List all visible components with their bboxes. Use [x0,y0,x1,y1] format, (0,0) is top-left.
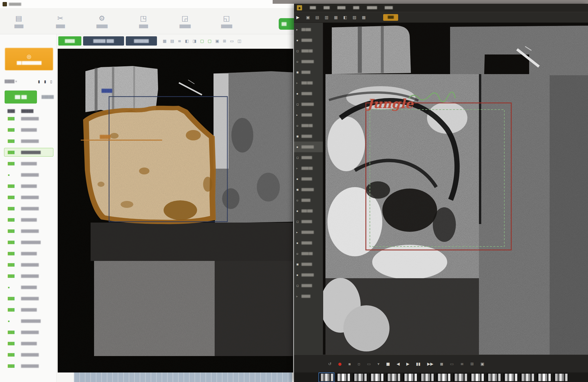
annotation-list-item[interactable]: ███ ████████ [4,249,53,258]
right-image-canvas[interactable]: Jungle [323,23,588,355]
transport-control-icon[interactable]: ▫ [357,362,360,366]
annotation-list-item[interactable]: ███ █████████ [4,137,53,145]
annotation-list-item[interactable]: ███ ████████ [4,215,53,224]
primary-action-button[interactable]: ◎ ██ █████████ [5,48,53,71]
transport-control-icon[interactable]: ⊞ [471,362,474,366]
menu-item[interactable]: ███ [310,6,316,9]
layer-list-item[interactable]: ▪ ██████ [294,35,323,46]
layer-list-item[interactable]: ◻ ████ ██ [294,46,323,56]
layer-list-item[interactable]: ▹ ███ ███ [294,78,323,88]
dark-toolbar-icon[interactable]: ▩ [362,15,366,20]
mode-button-2[interactable]: ██████ [126,36,157,46]
frame-thumbnail[interactable] [554,373,568,381]
layer-list-item[interactable]: ◻ ██████ [294,152,323,163]
frame-thumbnail[interactable] [353,373,367,381]
annotation-list-item[interactable]: ▪ █████████ [4,170,53,179]
annotation-list-item[interactable]: ███ ██████████ [4,148,53,157]
view-option-icon[interactable]: ▭ [230,39,234,43]
toolbar-tool-button[interactable]: ✂ ████ [48,15,73,28]
annotation-list-item[interactable]: ███ █████████ [4,328,53,336]
frame-thumbnail[interactable] [336,373,350,381]
filter-dropdown[interactable]: ████ ▾ [5,80,17,83]
new-item-button[interactable]: ██ ██ [5,91,37,104]
menu-item[interactable]: █████ [367,6,377,9]
transport-control-icon[interactable]: ↺ [328,362,332,366]
toolbar-tool-button[interactable]: ◲ █████ [173,15,197,28]
layer-list-item[interactable]: ▫ █████ [294,195,323,206]
annotation-list-item[interactable]: ███ ████████ [4,125,53,134]
annotation-list-item[interactable]: ███ ████████ [4,159,53,168]
view-option-icon[interactable]: ▢ [208,39,211,43]
frame-thumbnail[interactable] [470,373,484,381]
layer-list-item[interactable]: ▫ ████ ██ [294,248,323,259]
sidebar-action-icon[interactable]: ▮ [38,79,40,84]
annotation-list-item[interactable]: ███ █████████ [4,193,53,202]
confirm-button[interactable]: ████ [58,36,81,46]
layer-list-item[interactable]: ▪ ███████ [294,142,323,152]
menu-item[interactable]: ████ [338,6,346,9]
mode-button-1[interactable]: █████ ███ [83,36,124,46]
layer-list-item[interactable]: ▸ ██████ [294,110,323,120]
frame-thumbnail[interactable] [420,373,434,381]
toolbar-tool-button[interactable]: ◳ ████ [131,15,156,28]
layer-list-item[interactable]: ◻ ██████ [294,280,323,291]
view-option-icon[interactable]: ▦ [163,39,166,43]
frame-thumbnail[interactable] [403,373,417,381]
left-image-canvas[interactable]: ████ ████ [58,49,293,372]
annotation-list-item[interactable]: ███ █████████ [4,260,53,269]
view-option-icon[interactable]: ◧ [185,39,189,43]
transport-control-icon[interactable]: ▪ [348,362,351,366]
layer-list-item[interactable]: ◼ █████ [294,67,323,78]
sidebar-action-icon[interactable]: ▮ [44,79,46,84]
transport-control-icon[interactable]: ◼ [440,362,443,366]
transport-control-icon[interactable]: ▣ [480,362,484,366]
right-window-titlebar[interactable] [273,0,588,4]
dark-toolbar-icon[interactable]: ▤ [315,15,319,20]
annotation-list-item[interactable]: ███ ████████ [4,305,53,314]
transport-control-icon[interactable]: ▮▮ [416,362,420,366]
transport-control-icon[interactable]: ≡ [460,362,464,366]
annotation-list-item[interactable]: ▪ ████████ [4,283,53,291]
menu-item[interactable]: ███ [353,6,359,9]
view-option-icon[interactable]: ≡ [178,39,181,43]
layer-list-item[interactable]: ◼ ██████ [294,131,323,142]
transport-control-icon[interactable]: ● [338,362,342,366]
view-option-icon[interactable]: ◨ [192,39,196,43]
layer-list-item[interactable]: ▫ ████ ██ [294,120,323,131]
layer-list-item[interactable]: ▹ ████ ██ [294,163,323,174]
view-option-icon[interactable]: ▣ [215,39,219,43]
list-header-col2[interactable]: █████ [21,109,33,113]
annotation-list-item[interactable]: ███ █████████ [4,114,53,123]
toolbar-tool-button[interactable]: ▤ ████ [6,15,31,28]
annotation-list-item[interactable]: ███ █████████ [4,272,53,280]
layer-list-item[interactable]: ◻ ███████ [294,99,323,110]
transport-control-icon[interactable]: ▭ [450,362,454,366]
layer-list-item[interactable]: ▹ █████ [294,291,323,302]
view-option-icon[interactable]: ▢ [200,39,204,43]
dark-toolbar-icon[interactable]: ◧ [343,15,347,20]
dark-toolbar-icon[interactable]: ▨ [353,15,356,20]
layer-list-item[interactable]: ▸ ██ ███ [294,24,323,35]
view-option-icon[interactable]: ⊞ [223,39,226,43]
toolbar-tool-button[interactable]: ◱ █████ [214,15,239,28]
layer-list-item[interactable]: ▪ ██████ [294,88,323,99]
transport-control-icon[interactable]: ▶ [406,362,409,366]
frame-thumbnail[interactable] [453,373,467,381]
layer-list-item[interactable]: ▪ ██████ [294,174,323,184]
annotation-list-item[interactable]: ▪ ██████████ [4,317,53,325]
view-option-icon[interactable]: ▤ [170,39,174,43]
dark-toolbar-icon[interactable]: ▥ [325,15,328,20]
layer-list-item[interactable]: ◼ ██████ [294,259,323,270]
frame-thumbnail[interactable] [319,373,334,381]
layer-list-item[interactable]: ▪ ███████ [294,270,323,280]
frame-thumbnail[interactable] [437,373,451,381]
dark-toolbar-icon[interactable]: ▣ [306,15,310,20]
layer-list-item[interactable]: ▸ ███████ [294,227,323,238]
sidebar-action-icon[interactable]: ▯ [50,79,52,84]
transport-control-icon[interactable]: ■ [386,362,390,366]
frame-thumbnail[interactable] [386,373,400,381]
transport-control-icon[interactable]: ▶▶ [427,362,433,366]
frame-thumbnail[interactable] [503,373,518,381]
annotation-list-item[interactable]: ███ █████████ [4,204,53,213]
layer-list-item[interactable]: ▫ ███████ [294,56,323,67]
